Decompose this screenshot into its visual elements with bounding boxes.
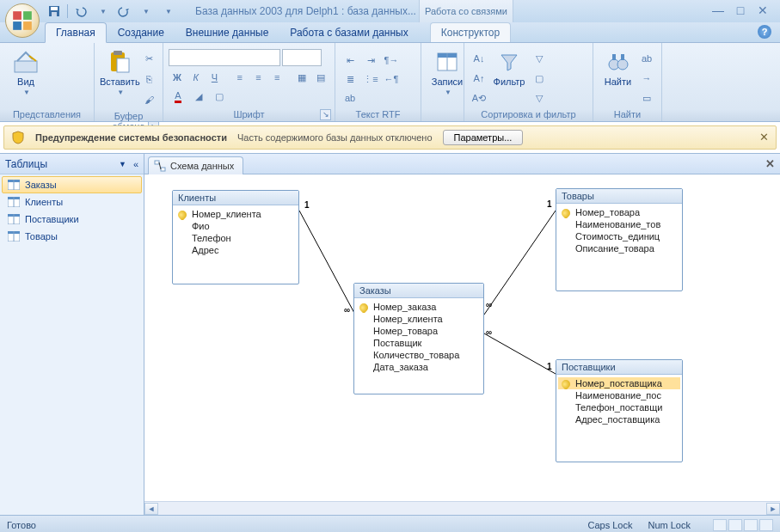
relationship-canvas[interactable]: 1 ∞ ∞ 1 ∞ 1 Клиенты Номер_клиента Фио Те… — [144, 174, 780, 501]
cut-icon[interactable]: ✂ — [140, 49, 159, 68]
doc-close-icon[interactable]: ✕ — [765, 157, 775, 170]
selection-filter-icon[interactable]: ▽ — [530, 49, 549, 68]
view-shortcut-icon[interactable] — [744, 519, 758, 531]
field[interactable]: Телефон_поставщи — [558, 401, 680, 413]
select-icon[interactable]: ▭ — [637, 89, 656, 107]
table-suppliers[interactable]: Поставщики Номер_поставщика Наименование… — [556, 359, 683, 462]
table-header[interactable]: Клиенты — [173, 191, 298, 205]
office-button[interactable] — [5, 3, 40, 38]
italic-icon[interactable]: К — [187, 68, 205, 87]
view-button[interactable]: Вид ▼ — [5, 46, 46, 96]
field[interactable]: Номер_товара — [356, 325, 482, 337]
chevron-down-icon[interactable]: ▼ — [119, 160, 126, 168]
table-orders[interactable]: Заказы Номер_заказа Номер_клиента Номер_… — [353, 283, 484, 394]
qat-customize-icon[interactable]: ▼ — [159, 3, 178, 20]
nav-header[interactable]: Таблицы ▼ « — [0, 154, 144, 174]
alt-row-color-icon[interactable]: ▤ — [312, 68, 329, 87]
table-header[interactable]: Товары — [556, 189, 682, 204]
undo-dropdown-icon[interactable]: ▼ — [94, 3, 113, 20]
rtl-icon[interactable]: ←¶ — [382, 70, 401, 89]
fill-color-icon[interactable]: ◢ — [189, 87, 208, 106]
field[interactable]: Дата_заказа — [356, 361, 482, 373]
table-clients[interactable]: Клиенты Номер_клиента Фио Телефон Адрес — [172, 190, 299, 284]
nav-item-suppliers[interactable]: Поставщики — [2, 211, 142, 228]
tab-home[interactable]: Главная — [45, 22, 107, 43]
field[interactable]: Описание_товара — [558, 242, 680, 254]
copy-icon[interactable]: ⎘ — [140, 70, 159, 89]
redo-dropdown-icon[interactable]: ▼ — [137, 3, 156, 20]
field[interactable]: Адрес_поставщика — [558, 413, 680, 425]
highlight-icon[interactable]: ab — [341, 89, 359, 107]
sort-asc-icon[interactable]: A↓ — [470, 49, 488, 68]
field[interactable]: Номер_клиента — [356, 313, 482, 325]
font-combo[interactable] — [169, 49, 280, 66]
scroll-left-icon[interactable]: ◄ — [144, 503, 158, 515]
advanced-filter-icon[interactable]: ▢ — [530, 69, 549, 88]
svg-rect-5 — [51, 7, 58, 10]
security-options-button[interactable]: Параметры... — [443, 130, 524, 145]
scroll-right-icon[interactable]: ► — [766, 503, 780, 515]
table-header[interactable]: Поставщики — [556, 360, 682, 375]
font-size-combo[interactable] — [282, 49, 322, 66]
dialog-launcher-icon[interactable]: ↘ — [320, 109, 331, 120]
field[interactable]: Фио — [175, 220, 297, 232]
increase-indent-icon[interactable]: ⇥ — [361, 51, 380, 70]
tab-database-tools[interactable]: Работа с базами данных — [279, 23, 418, 42]
align-right-icon[interactable]: ≡ — [268, 68, 286, 87]
field-pk[interactable]: Номер_поставщика — [558, 377, 680, 389]
bold-icon[interactable]: Ж — [169, 68, 186, 87]
replace-icon[interactable]: ab — [637, 49, 656, 68]
paste-button[interactable]: Вставить ▼ — [100, 46, 140, 109]
doc-tab-relationships[interactable]: Схема данных — [148, 156, 243, 174]
nav-item-orders[interactable]: Заказы — [2, 176, 142, 193]
undo-icon[interactable] — [71, 3, 90, 20]
redo-icon[interactable] — [114, 3, 133, 20]
gridlines-icon[interactable]: ▦ — [293, 68, 310, 87]
horizontal-scrollbar[interactable]: ◄ ► — [144, 501, 780, 515]
field[interactable]: Поставщик — [356, 337, 482, 349]
nav-item-clients[interactable]: Клиенты — [2, 193, 142, 211]
tab-design[interactable]: Конструктор — [430, 22, 511, 42]
field-pk[interactable]: Номер_товара — [558, 206, 680, 218]
help-icon[interactable]: ? — [758, 25, 771, 39]
maximize-button[interactable]: □ — [732, 4, 749, 18]
tab-external-data[interactable]: Внешние данные — [175, 23, 279, 42]
tab-create[interactable]: Создание — [107, 23, 175, 42]
toggle-filter-icon[interactable]: ▽ — [530, 89, 549, 107]
save-icon[interactable] — [45, 3, 64, 20]
field[interactable]: Адрес — [175, 244, 297, 256]
table-header[interactable]: Заказы — [354, 284, 483, 298]
numbering-icon[interactable]: ≣ — [341, 70, 359, 89]
nav-item-goods[interactable]: Товары — [2, 228, 142, 245]
field-pk[interactable]: Номер_заказа — [356, 301, 482, 313]
table-goods[interactable]: Товары Номер_товара Наименование_тов Сто… — [556, 188, 683, 291]
decrease-indent-icon[interactable]: ⇤ — [341, 51, 359, 70]
collapse-icon[interactable]: « — [133, 159, 138, 169]
align-center-icon[interactable]: ≡ — [250, 68, 267, 87]
format-painter-icon[interactable]: 🖌 — [140, 90, 159, 109]
clear-sort-icon[interactable]: A⟲ — [470, 89, 488, 107]
field-pk[interactable]: Номер_клиента — [175, 208, 297, 220]
border-icon[interactable]: ▢ — [210, 87, 229, 106]
filter-button[interactable]: Фильтр — [488, 46, 530, 107]
underline-icon[interactable]: Ч — [206, 68, 224, 87]
find-button[interactable]: Найти — [599, 46, 637, 107]
field[interactable]: Наименование_пос — [558, 389, 680, 401]
view-shortcut-icon[interactable] — [759, 519, 773, 531]
bullets-icon[interactable]: ⋮≡ — [361, 70, 380, 89]
close-button[interactable]: ✕ — [754, 4, 771, 18]
minimize-button[interactable]: — — [709, 4, 727, 18]
field[interactable]: Количество_товара — [356, 349, 482, 361]
align-left-icon[interactable]: ≡ — [231, 68, 249, 87]
goto-icon[interactable]: → — [637, 69, 656, 88]
security-close-icon[interactable]: ✕ — [757, 131, 771, 144]
ltr-icon[interactable]: ¶→ — [382, 51, 401, 70]
field[interactable]: Телефон — [175, 232, 297, 244]
view-shortcut-icon[interactable] — [728, 519, 742, 531]
records-button[interactable]: Записи ▼ — [427, 46, 468, 96]
font-color-icon[interactable]: A — [169, 87, 187, 106]
sort-desc-icon[interactable]: A↑ — [470, 69, 488, 88]
field[interactable]: Наименование_тов — [558, 218, 680, 230]
view-shortcut-icon[interactable] — [713, 519, 727, 531]
field[interactable]: Стоимость_единиц — [558, 230, 680, 242]
